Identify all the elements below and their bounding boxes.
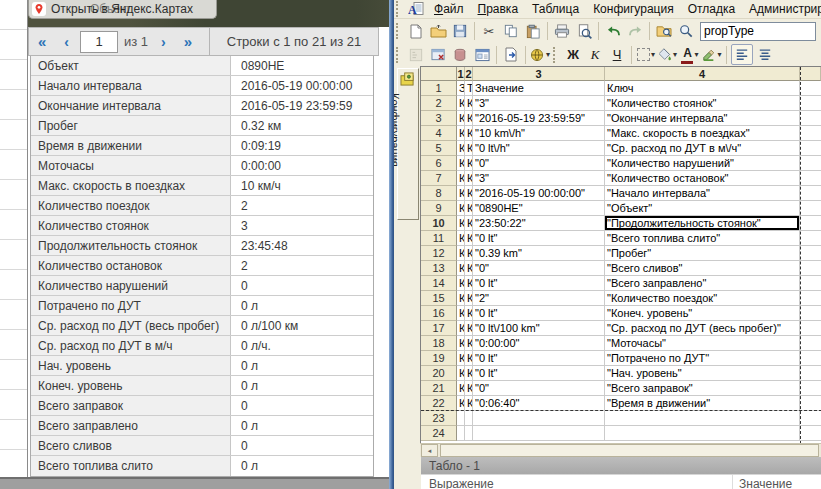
grid-cell-key[interactable]: "Всего заправок" — [605, 381, 800, 396]
grid-column-header[interactable]: 4 — [605, 67, 800, 81]
grid-cell-value[interactable]: "0" — [473, 156, 605, 171]
grid-cell-value[interactable]: "10 km\/h" — [473, 126, 605, 141]
grid-row-number[interactable]: 17 — [421, 321, 457, 336]
grid-row-number[interactable]: 15 — [421, 291, 457, 306]
grid-cell[interactable] — [800, 201, 821, 216]
grid-cell[interactable]: К — [457, 96, 465, 111]
grid-cell[interactable]: З — [457, 81, 465, 96]
grid-column-header[interactable]: 3 — [473, 67, 605, 81]
grid-cell[interactable] — [605, 426, 800, 441]
find-in-files-button[interactable] — [654, 22, 674, 41]
search-combobox[interactable] — [700, 22, 816, 41]
grid-row-number[interactable]: 6 — [421, 156, 457, 171]
grid-row-number[interactable]: 16 — [421, 306, 457, 321]
grid-cell-value[interactable]: "0.39 km" — [473, 246, 605, 261]
search-button[interactable] — [676, 22, 696, 41]
grid-cell-key[interactable]: "Всего заправлено" — [605, 276, 800, 291]
menu-0[interactable]: Файл — [427, 1, 471, 17]
grid-row-number[interactable]: 14 — [421, 276, 457, 291]
grid-cell-value[interactable]: "0 lt" — [473, 276, 605, 291]
copy-button[interactable] — [501, 22, 521, 41]
grid-cell-key[interactable]: "Пробег" — [605, 246, 800, 261]
grid-cell[interactable] — [800, 81, 821, 96]
grid-cell-value[interactable]: "0:00:00" — [473, 336, 605, 351]
grid-cell-key[interactable]: "Количество нарушений" — [605, 156, 800, 171]
grid-cell-key[interactable]: "Количество стоянок" — [605, 96, 800, 111]
grid-cell-key[interactable]: "Потрачено по ДУТ" — [605, 351, 800, 366]
grid-cell[interactable]: К — [457, 321, 465, 336]
grid-cell[interactable]: К — [465, 231, 473, 246]
bold-button[interactable]: Ж — [563, 45, 583, 64]
grid-row-number[interactable]: 7 — [421, 171, 457, 186]
grid-cell-key-selected[interactable]: "Продолжительность стоянок" — [605, 216, 800, 231]
grid-cell[interactable] — [800, 246, 821, 261]
grid-cell[interactable]: К — [465, 366, 473, 381]
grid-row-number[interactable]: 3 — [421, 111, 457, 126]
grid-cell-value[interactable]: "0" — [473, 381, 605, 396]
toolbar-gripper[interactable] — [396, 23, 401, 39]
grid-cell[interactable]: К — [465, 291, 473, 306]
grid-cell[interactable]: К — [465, 351, 473, 366]
grid-cell[interactable]: К — [465, 336, 473, 351]
grid-row-number[interactable]: 11 — [421, 231, 457, 246]
grid-cell[interactable]: К — [465, 156, 473, 171]
grid-cell-key[interactable]: "Ср. расход по ДУТ в м\/ч" — [605, 141, 800, 156]
grid-cell[interactable]: К — [457, 186, 465, 201]
align-left-button[interactable] — [731, 44, 753, 65]
grid-row-number[interactable]: 21 — [421, 381, 457, 396]
grid-cell[interactable] — [800, 261, 821, 276]
form-button[interactable] — [472, 45, 492, 64]
grid-cell-key[interactable]: "Нач. уровень" — [605, 366, 800, 381]
grid-column-header[interactable]: 2 — [465, 67, 473, 81]
grid-cell-key[interactable]: "Время в движении" — [605, 396, 800, 411]
grid-cell[interactable] — [800, 426, 821, 441]
grid-cell[interactable]: К — [465, 306, 473, 321]
grid-cell-value[interactable]: "0 lt" — [473, 306, 605, 321]
grid-cell[interactable]: К — [465, 246, 473, 261]
grid-cell[interactable]: К — [457, 246, 465, 261]
fill-color-button[interactable]: ▾ — [658, 45, 678, 64]
align-center-button[interactable] — [755, 45, 775, 64]
grid-cell[interactable] — [800, 96, 821, 111]
toolbar-gripper[interactable] — [553, 47, 558, 63]
redo-button[interactable] — [625, 22, 645, 41]
grid-cell[interactable] — [800, 171, 821, 186]
first-page-button[interactable]: « — [29, 33, 55, 50]
grid-cell-value[interactable]: "23:50:22" — [473, 216, 605, 231]
grid-cell[interactable]: К — [465, 261, 473, 276]
horizontal-scrollbar[interactable]: ◂ — [420, 443, 821, 457]
new-document-button[interactable] — [406, 22, 426, 41]
italic-button[interactable]: К — [585, 45, 605, 64]
grid-cell-value[interactable]: "0" — [473, 261, 605, 276]
grid-cell[interactable] — [605, 411, 800, 426]
save-button[interactable] — [450, 22, 470, 41]
grid-row-number[interactable]: 19 — [421, 351, 457, 366]
grid-cell[interactable] — [800, 306, 821, 321]
grid-row-number[interactable]: 9 — [421, 201, 457, 216]
grid-cell[interactable]: К — [457, 261, 465, 276]
grid-cell[interactable]: К — [457, 381, 465, 396]
menu-1[interactable]: Правка — [471, 1, 526, 17]
grid-cell[interactable]: К — [457, 111, 465, 126]
last-page-button[interactable]: » — [175, 33, 201, 50]
grid-cell[interactable] — [800, 396, 821, 411]
print-preview-button[interactable] — [574, 22, 594, 41]
grid-cell[interactable] — [800, 351, 821, 366]
grid-cell-value[interactable]: "0 lt" — [473, 231, 605, 246]
grid-cell[interactable] — [800, 276, 821, 291]
grid-cell-key[interactable]: "Конеч. уровень" — [605, 306, 800, 321]
grid-cell[interactable] — [457, 426, 465, 441]
grid-cell-key[interactable]: "Объект" — [605, 201, 800, 216]
grid-cell[interactable]: К — [465, 321, 473, 336]
grid-cell[interactable] — [800, 291, 821, 306]
grid-cell[interactable]: К — [457, 396, 465, 411]
grid-cell[interactable]: К — [457, 366, 465, 381]
prev-page-button[interactable]: ‹ — [55, 34, 78, 50]
grid-cell[interactable]: К — [457, 291, 465, 306]
grid-cell[interactable]: К — [465, 171, 473, 186]
grid-cell[interactable] — [800, 141, 821, 156]
open-button[interactable] — [428, 22, 448, 41]
grid-cell[interactable] — [465, 426, 473, 441]
tab-configuration[interactable]: Конфигурация — [397, 68, 419, 220]
grid-cell[interactable]: К — [457, 276, 465, 291]
